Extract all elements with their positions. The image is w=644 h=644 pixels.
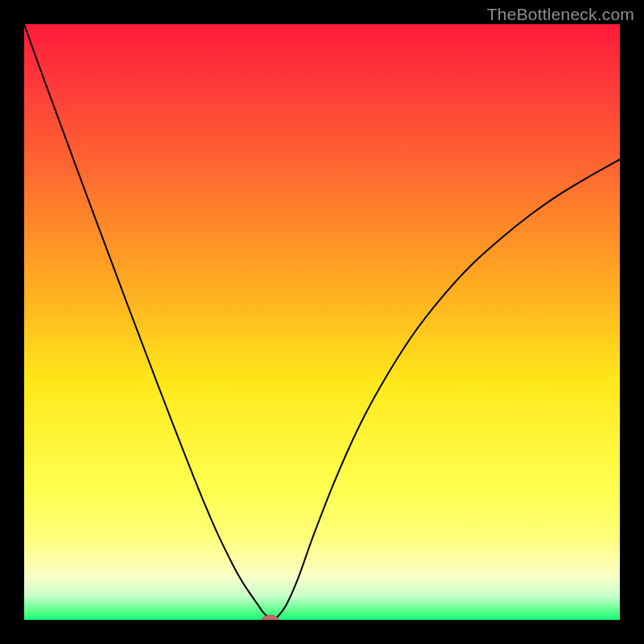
chart-frame: TheBottleneck.com [0,0,644,644]
bottleneck-curve-line [24,24,620,619]
plot-area [24,24,620,620]
optimal-point-marker [262,615,279,620]
watermark-text: TheBottleneck.com [487,5,634,24]
curve-layer [24,24,620,620]
plot-outer [24,24,620,620]
